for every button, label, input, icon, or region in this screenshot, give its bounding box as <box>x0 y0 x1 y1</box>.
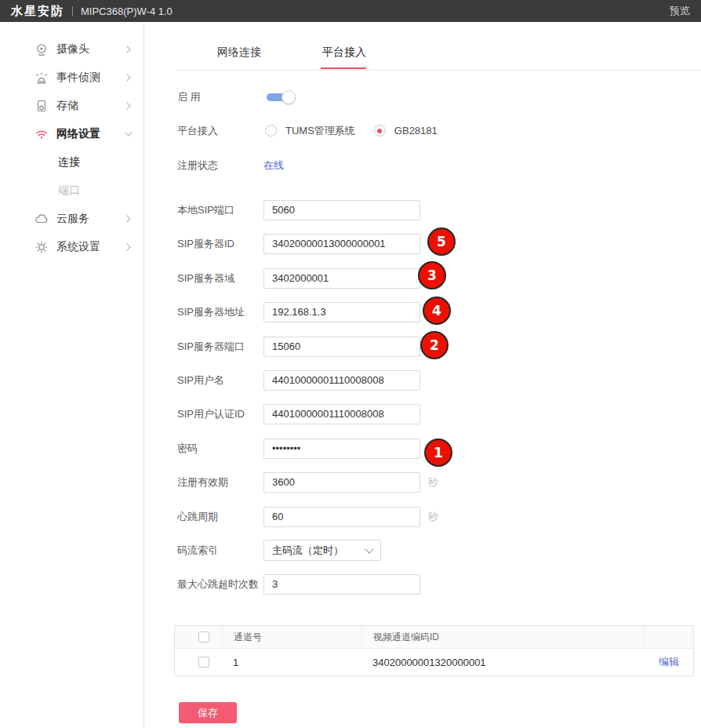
sip-auth-id-row: SIP用户认证ID <box>177 403 420 424</box>
topbar: 水星安防 MIPC368(P)W-4 1.0 预览 <box>0 0 701 22</box>
table-row: 1 34020000001320000001 编辑 <box>175 648 693 675</box>
device-model: MIPC368(P)W-4 1.0 <box>81 5 173 17</box>
wifi-icon <box>35 127 49 141</box>
sidebar-item-network-settings[interactable]: 网络设置 <box>0 120 143 148</box>
field-label: SIP服务器域 <box>177 271 263 286</box>
select-all-checkbox[interactable] <box>198 632 209 642</box>
cell-video-id: 34020000001320000001 <box>361 649 645 675</box>
field-label: SIP服务器地址 <box>177 305 263 319</box>
save-button[interactable]: 保存 <box>179 702 237 723</box>
active-tab-underline <box>321 67 366 69</box>
tab-platform-access[interactable]: 平台接入 <box>322 46 366 60</box>
radio-tums[interactable]: TUMS管理系统 <box>265 124 355 138</box>
sidebar-item-system-settings[interactable]: 系统设置 <box>0 233 143 261</box>
chevron-right-icon <box>125 45 132 54</box>
sip-server-address-input[interactable] <box>263 302 420 322</box>
radio-circle <box>265 125 277 136</box>
sip-server-domain-input[interactable] <box>263 268 420 289</box>
cloud-icon <box>35 212 49 226</box>
chevron-down-icon <box>365 544 373 553</box>
field-label: SIP服务器端口 <box>177 340 263 354</box>
sidebar-subitem-port[interactable]: 端口 <box>0 177 143 205</box>
sip-server-port-input[interactable] <box>263 337 420 357</box>
sidebar-item-label: 网络设置 <box>56 127 100 141</box>
chevron-right-icon <box>125 242 132 252</box>
registration-validity-row: 注册有效期 秒 <box>177 471 438 493</box>
field-label: 最大心跳超时次数 <box>177 577 263 592</box>
field-label: SIP服务器ID <box>177 237 263 251</box>
registration-status-value: 在线 <box>263 158 284 173</box>
brand-logo: 水星安防 <box>11 4 64 19</box>
sip-server-domain-row: SIP服务器域 <box>177 268 420 289</box>
alarm-icon <box>35 71 49 85</box>
radio-gb28181-label: GB28181 <box>394 125 438 136</box>
sidebar-item-camera[interactable]: 摄像头 <box>0 35 143 64</box>
sip-username-row: SIP用户名 <box>177 369 420 391</box>
chevron-down-icon <box>124 131 133 137</box>
annotation-badge-3: 3 <box>418 261 446 289</box>
camera-icon <box>35 42 49 56</box>
preview-link[interactable]: 预览 <box>670 4 690 18</box>
sip-server-id-input[interactable] <box>263 234 420 254</box>
sidebar-item-label: 系统设置 <box>56 240 100 254</box>
password-input[interactable] <box>263 439 420 459</box>
sidebar-item-storage[interactable]: 存储 <box>0 92 143 120</box>
sip-auth-id-input[interactable] <box>263 404 420 424</box>
chevron-right-icon <box>125 214 132 224</box>
sidebar-item-cloud-service[interactable]: 云服务 <box>0 205 143 233</box>
field-label: 心跳周期 <box>177 510 263 524</box>
field-label: SIP用户名 <box>177 373 263 388</box>
password-row: 密码 <box>177 438 420 459</box>
sidebar-subitem-label: 连接 <box>58 155 80 169</box>
sip-server-port-row: SIP服务器端口 <box>177 336 420 357</box>
toggle-knob <box>281 90 296 104</box>
field-label: 码流索引 <box>177 544 263 558</box>
sidebar-subitem-label: 端口 <box>58 184 80 198</box>
annotation-badge-1: 1 <box>424 439 452 467</box>
enable-toggle[interactable] <box>267 90 296 104</box>
stream-index-value: 主码流（定时） <box>272 544 343 558</box>
header-video-id: 视频通道编码ID <box>361 626 644 648</box>
sip-server-address-row: SIP服务器地址 <box>177 301 420 322</box>
registration-validity-input[interactable] <box>263 472 420 493</box>
registration-status-row: 注册状态 在线 <box>177 155 284 176</box>
sidebar-item-label: 摄像头 <box>56 42 89 56</box>
sidebar-subitem-connection[interactable]: 连接 <box>0 148 143 177</box>
enable-label: 启 用 <box>177 90 263 104</box>
storage-icon <box>35 99 49 113</box>
max-heartbeat-timeout-row: 最大心跳超时次数 <box>177 573 420 595</box>
annotation-badge-5: 5 <box>427 228 456 256</box>
radio-circle-selected <box>374 125 386 136</box>
row-checkbox-cell <box>175 649 222 675</box>
heartbeat-period-row: 心跳周期 秒 <box>177 506 438 527</box>
field-label: SIP用户认证ID <box>177 407 263 421</box>
tab-network-connection[interactable]: 网络连接 <box>217 46 261 60</box>
unit-seconds: 秒 <box>428 475 438 490</box>
cell-channel: 1 <box>222 649 361 675</box>
platform-type-row: 平台接入 TUMS管理系统 GB28181 <box>177 120 438 141</box>
sidebar-item-event-detection[interactable]: 事件侦测 <box>0 64 143 92</box>
sidebar-item-label: 云服务 <box>56 212 89 226</box>
sip-username-input[interactable] <box>263 370 420 391</box>
edit-link[interactable]: 编辑 <box>659 655 679 669</box>
chevron-right-icon <box>125 101 132 111</box>
radio-gb28181[interactable]: GB28181 <box>374 125 438 136</box>
header-channel: 通道号 <box>222 626 361 648</box>
unit-seconds: 秒 <box>428 510 438 524</box>
enable-row: 启 用 <box>177 86 296 107</box>
local-sip-port-input[interactable] <box>263 200 420 220</box>
field-label: 注册有效期 <box>177 475 263 490</box>
field-label: 密码 <box>177 442 263 456</box>
max-heartbeat-timeout-input[interactable] <box>263 574 420 595</box>
row-checkbox[interactable] <box>198 657 209 668</box>
channel-table: 通道号 视频通道编码ID 1 34020000001320000001 编辑 <box>174 625 694 676</box>
cell-action: 编辑 <box>645 649 693 675</box>
header-checkbox-cell <box>175 626 222 648</box>
field-label: 本地SIP端口 <box>177 203 263 217</box>
header-action <box>644 626 693 648</box>
annotation-badge-2: 2 <box>420 331 449 359</box>
sip-server-id-row: SIP服务器ID <box>177 233 420 254</box>
heartbeat-period-input[interactable] <box>263 507 420 527</box>
stream-index-select[interactable]: 主码流（定时） <box>263 540 381 561</box>
sidebar: 摄像头 事件侦测 存储 网络设置 连接 <box>0 22 144 728</box>
